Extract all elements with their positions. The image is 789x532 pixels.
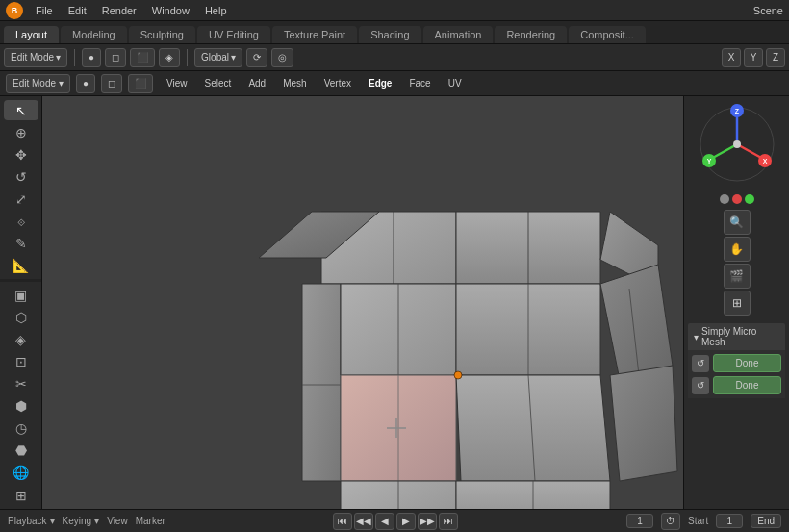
tab-compositing[interactable]: Composit...	[569, 26, 646, 43]
search-icon-btn[interactable]: 🔍	[724, 210, 751, 235]
tool-smooth[interactable]: ⬣	[4, 441, 38, 461]
tab-uv-editing[interactable]: UV Editing	[197, 26, 270, 43]
start-frame[interactable]: 1	[716, 514, 743, 528]
viewport[interactable]: User Perspective (Local) (1) MM_021	[42, 96, 683, 509]
tab-rendering[interactable]: Rendering	[495, 26, 567, 43]
smm-done-btn-2[interactable]: Done	[713, 376, 781, 394]
xyz-y-btn[interactable]: Y	[744, 48, 763, 67]
app-logo: B	[6, 2, 23, 19]
face-sel-btn[interactable]: ⬛	[128, 74, 153, 93]
menu-file[interactable]: File	[29, 3, 60, 18]
edge-mode-btn[interactable]: ◻	[105, 48, 126, 67]
tool-spin[interactable]: ◷	[4, 418, 38, 439]
next-frame-btn[interactable]: ▶▶	[418, 513, 437, 530]
gizmo-svg[interactable]: Z X Y	[694, 101, 780, 188]
svg-text:Z: Z	[734, 108, 739, 114]
playback-chevron: ▾	[50, 516, 55, 526]
right-panel: Z X Y 🔍 ✋ 🎬 ⊞	[683, 96, 789, 509]
main-area: ↖ ⊕ ✥ ↺ ⤢ ⟐ ✎ 📐 ▣ ⬡ ◈ ⊡ ✂ ⬢ ◷ ⬣ 🌐 ⊞ User…	[0, 96, 789, 509]
mesh-viewport[interactable]	[42, 96, 683, 509]
tool-select[interactable]: ↖	[4, 100, 38, 120]
menu-render[interactable]: Render	[95, 3, 143, 18]
nav-add[interactable]: Add	[241, 74, 273, 93]
edit-header: Edit Mode ▾ ● ◻ ⬛ View Select Add Mesh V…	[0, 71, 789, 96]
hand-icon-btn[interactable]: ✋	[724, 237, 751, 262]
tool-shear[interactable]: ⊞	[4, 485, 38, 505]
nav-mesh[interactable]: Mesh	[275, 74, 314, 93]
tool-knife[interactable]: ✂	[4, 374, 38, 394]
tool-transform[interactable]: ⟐	[4, 211, 38, 231]
svg-line-31	[737, 144, 763, 159]
smm-icon-1: ↺	[692, 355, 709, 372]
grid-icon-btn[interactable]: ⊞	[724, 291, 751, 316]
tab-animation[interactable]: Animation	[423, 26, 494, 43]
menu-bar: B File Edit Render Window Help Scene	[0, 0, 789, 21]
tool-move[interactable]: ✥	[4, 144, 38, 165]
face-mode-btn[interactable]: ⬛	[130, 48, 155, 67]
tool-loop-cut[interactable]: ⊡	[4, 352, 38, 372]
playback-controls: ⏮ ◀◀ ◀ ▶ ▶▶ ⏭	[333, 513, 458, 530]
proportional-btn[interactable]: ◎	[271, 48, 293, 67]
svg-marker-7	[302, 284, 341, 481]
tool-extrude[interactable]: ▣	[4, 286, 38, 306]
play-btn[interactable]: ▶	[396, 513, 416, 530]
start-label: Start	[688, 516, 708, 526]
nav-edge[interactable]: Edge	[361, 74, 399, 93]
tool-rotate[interactable]: ↺	[4, 166, 38, 187]
xyz-z-btn[interactable]: Z	[766, 48, 785, 67]
tab-sculpting[interactable]: Sculpting	[129, 26, 195, 43]
prev-frame-btn[interactable]: ◀	[375, 513, 394, 530]
nav-face[interactable]: Face	[401, 74, 438, 93]
tool-annotate[interactable]: ✎	[4, 233, 38, 253]
tool-scale[interactable]: ⤢	[4, 189, 38, 209]
end-frame[interactable]: End	[751, 514, 781, 528]
nav-view[interactable]: View	[159, 74, 195, 93]
menu-window[interactable]: Window	[145, 3, 196, 18]
global-label: Global	[201, 52, 229, 63]
mode-dropdown[interactable]: Edit Mode ▾	[4, 48, 67, 67]
tool-measure[interactable]: 📐	[4, 255, 38, 275]
jump-end-btn[interactable]: ⏭	[439, 513, 458, 530]
edge-sel-btn[interactable]: ◻	[101, 74, 122, 93]
nav-vertex[interactable]: Vertex	[317, 74, 359, 93]
prev-key-btn[interactable]: ◀◀	[354, 513, 373, 530]
xray-btn[interactable]: ◈	[159, 48, 180, 67]
jump-start-btn[interactable]: ⏮	[333, 513, 352, 530]
vertex-mode-btn[interactable]: ●	[82, 48, 101, 67]
menu-edit[interactable]: Edit	[62, 3, 93, 18]
workspace-tabs: Layout Modeling Sculpting UV Editing Tex…	[0, 21, 789, 44]
color-dot-green[interactable]	[745, 194, 754, 204]
tool-poly-build[interactable]: ⬢	[4, 396, 38, 417]
edit-mode-label: Edit Mode	[13, 78, 56, 89]
color-dot-red[interactable]	[732, 194, 742, 204]
nav-select[interactable]: Select	[197, 74, 240, 93]
global-chevron: ▾	[231, 52, 236, 63]
bb-marker[interactable]: Marker	[136, 516, 165, 526]
global-dropdown[interactable]: Global ▾	[194, 48, 242, 67]
vert-sel-btn[interactable]: ●	[76, 74, 95, 93]
bb-playback[interactable]: Playback ▾	[8, 516, 55, 526]
camera-icon-btn[interactable]: 🎬	[724, 264, 751, 289]
smm-triangle: ▾	[694, 332, 699, 342]
tab-shading[interactable]: Shading	[359, 26, 420, 43]
smm-done-btn-1[interactable]: Done	[713, 354, 781, 372]
mode-label: Edit Mode	[11, 52, 54, 63]
current-frame[interactable]: 1	[626, 514, 653, 528]
xyz-x-btn[interactable]: X	[722, 48, 741, 67]
menu-help[interactable]: Help	[198, 3, 234, 18]
bb-view[interactable]: View	[107, 516, 128, 526]
color-dot-gray[interactable]	[720, 194, 729, 204]
tab-layout[interactable]: Layout	[4, 26, 59, 43]
snap-btn[interactable]: ⟳	[246, 48, 267, 67]
marker-label: Marker	[136, 516, 165, 526]
smm-icon-2: ↺	[692, 377, 709, 394]
edit-mode-dropdown[interactable]: Edit Mode ▾	[6, 74, 70, 93]
tool-cursor[interactable]: ⊕	[4, 122, 38, 142]
tab-modeling[interactable]: Modeling	[61, 26, 127, 43]
bb-keying[interactable]: Keying ▾	[63, 516, 100, 526]
tool-shrink[interactable]: 🌐	[4, 463, 38, 483]
tool-inset[interactable]: ⬡	[4, 308, 38, 328]
tool-bevel[interactable]: ◈	[4, 330, 38, 350]
nav-uv[interactable]: UV	[441, 74, 470, 93]
tab-texture-paint[interactable]: Texture Paint	[272, 26, 357, 43]
